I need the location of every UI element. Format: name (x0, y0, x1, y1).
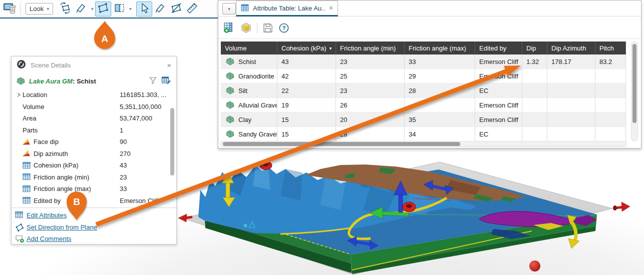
svg-text:?: ? (282, 25, 285, 31)
ruler-button[interactable] (184, 2, 200, 16)
slicer-box-dropdown[interactable]: ▾ (127, 6, 133, 12)
action-set-direction-from-plane[interactable]: Set Direction from Plane (12, 222, 176, 234)
cell-edited-by[interactable]: Emerson Cliff (475, 98, 522, 112)
scrollbar-thumb[interactable] (632, 44, 636, 123)
cell-dip-azimuth[interactable] (547, 127, 595, 142)
column-header-friction-angle-min[interactable]: Friction angle (min) (336, 42, 405, 54)
volume-cell[interactable]: Sandy Gravel (221, 127, 277, 142)
column-header-edited-by[interactable]: Edited by (475, 42, 522, 54)
cell-cohesion-kpa[interactable]: 15 (277, 112, 336, 127)
cell-friction-angle-max[interactable]: 28 (405, 84, 475, 98)
scrollbar-thumb[interactable] (223, 142, 460, 146)
cell-dip-azimuth[interactable] (547, 84, 595, 98)
cell-dip-azimuth[interactable]: 178.17 (547, 54, 595, 69)
cell-dip[interactable] (522, 127, 547, 142)
cell-friction-angle-max[interactable]: 34 (405, 127, 475, 142)
cell-edited-by[interactable]: Emerson Cliff (475, 69, 522, 84)
column-header-volume[interactable]: Volume (221, 42, 277, 54)
table-row-sandy-gravel[interactable]: Sandy Gravel152834EC (221, 127, 626, 142)
look-dropdown[interactable]: Look ▾ (26, 3, 53, 14)
table-row-silt[interactable]: Silt222328EC (221, 84, 626, 98)
select-button[interactable] (136, 2, 152, 16)
cell-friction-angle-min[interactable]: 26 (336, 98, 405, 112)
cell-cohesion-kpa[interactable]: 42 (277, 69, 336, 84)
cell-pitch[interactable] (595, 127, 626, 142)
cell-edited-by[interactable]: Emerson Cliff (475, 112, 522, 127)
cell-dip[interactable] (522, 69, 547, 84)
volume-cell[interactable]: Clay (221, 112, 277, 127)
cell-cohesion-kpa[interactable]: 22 (277, 84, 336, 98)
cell-friction-angle-max[interactable]: 33 (405, 54, 475, 69)
cell-friction-angle-min[interactable]: 23 (336, 84, 405, 98)
volume-cell[interactable]: Alluvial Gravel (221, 98, 277, 112)
slicer-box-button[interactable] (111, 2, 127, 16)
table-row-schist[interactable]: Schist432333Emerson Cliff1.32178.1783.2 (221, 54, 626, 69)
cell-pitch[interactable] (595, 112, 626, 127)
panel-header[interactable]: Scene Details × (12, 56, 176, 74)
column-header-cohesion-kpa[interactable]: Cohesion (kPa)▾ (277, 42, 336, 54)
column-header-dip[interactable]: Dip (522, 42, 547, 54)
tab-attribute-table[interactable]: Attribute Table: Lake Au... × (236, 0, 338, 16)
table-row-clay[interactable]: Clay152035Emerson Cliff (221, 112, 626, 127)
cell-friction-angle-min[interactable]: 25 (336, 69, 405, 84)
cell-friction-angle-max[interactable]: 35 (405, 112, 475, 127)
draw-slicer-dropdown[interactable]: ▾ (89, 6, 95, 12)
cell-friction-angle-min[interactable]: 20 (336, 112, 405, 127)
cell-dip[interactable] (522, 98, 547, 112)
action-link-label[interactable]: Edit Attributes (27, 212, 67, 219)
cell-cohesion-kpa[interactable]: 19 (277, 98, 336, 112)
cell-dip[interactable] (522, 84, 547, 98)
cell-edited-by[interactable]: EC (475, 84, 522, 98)
filter-icon[interactable] (149, 76, 157, 86)
cell-pitch[interactable] (595, 69, 626, 84)
cell-edited-by[interactable]: Emerson Cliff (475, 54, 522, 69)
action-add-comments[interactable]: Add Comments (12, 233, 176, 245)
cell-friction-angle-min[interactable]: 23 (336, 54, 405, 69)
plane-draw-button[interactable] (168, 2, 184, 16)
clear-scene-button[interactable] (2, 2, 18, 16)
cell-cohesion-kpa[interactable]: 15 (277, 127, 336, 142)
cell-pitch[interactable] (595, 98, 626, 112)
panel-scrollbar-thumb[interactable] (170, 108, 174, 176)
volume-cell[interactable]: Silt (221, 84, 277, 98)
horizontal-scrollbar[interactable] (220, 141, 627, 147)
cell-dip-azimuth[interactable] (547, 112, 595, 127)
draw-slicer-button[interactable] (73, 2, 89, 16)
cell-pitch[interactable]: 83.2 (595, 54, 626, 69)
sort-chevron-icon[interactable]: ▾ (327, 46, 332, 51)
table-row-granodiorite[interactable]: Granodiorite422529Emerson Cliff (221, 69, 626, 84)
column-header-friction-angle-max[interactable]: Friction angle (max) (405, 42, 475, 54)
expand-chevron-icon[interactable] (16, 92, 23, 98)
moving-plane-button[interactable] (95, 2, 111, 16)
action-link-label[interactable]: Add Comments (27, 235, 72, 242)
tab-close-icon[interactable]: × (329, 4, 333, 12)
cell-pitch[interactable] (595, 84, 626, 98)
volume-cell[interactable]: Schist (221, 54, 277, 69)
save-button[interactable] (262, 22, 273, 34)
cell-edited-by[interactable]: EC (475, 127, 522, 142)
close-icon[interactable]: × (167, 61, 171, 70)
cell-friction-angle-min[interactable]: 28 (336, 127, 405, 142)
view-in-scene-button[interactable] (240, 22, 252, 34)
cell-dip[interactable] (522, 112, 547, 127)
cell-friction-angle-max[interactable] (405, 98, 475, 112)
rotate-plane-button[interactable] (57, 2, 73, 16)
tab-list-dropdown[interactable]: ▾ (222, 3, 236, 14)
cell-cohesion-kpa[interactable]: 43 (277, 54, 336, 69)
edit-table-icon[interactable] (161, 76, 171, 86)
table-row-alluvial-gravel[interactable]: Alluvial Gravel1926Emerson Cliff (221, 98, 626, 112)
column-header-pitch[interactable]: Pitch (595, 42, 626, 54)
action-edit-attributes[interactable]: Edit Attributes (12, 210, 176, 222)
volume-cell[interactable]: Granodiorite (221, 69, 277, 84)
cell-dip-azimuth[interactable] (547, 98, 595, 112)
geological-model-scene[interactable] (175, 150, 644, 275)
add-attribute-column-button[interactable] (223, 22, 235, 34)
help-button[interactable]: ? (278, 22, 289, 34)
cell-dip[interactable]: 1.32 (522, 54, 547, 69)
vertical-scrollbar[interactable] (631, 42, 638, 142)
column-header-dip-azimuth[interactable]: Dip Azimuth (547, 42, 595, 54)
draw-button[interactable] (152, 2, 168, 16)
action-link-label[interactable]: Set Direction from Plane (27, 224, 97, 231)
cell-friction-angle-max[interactable]: 29 (405, 69, 475, 84)
cell-dip-azimuth[interactable] (547, 69, 595, 84)
